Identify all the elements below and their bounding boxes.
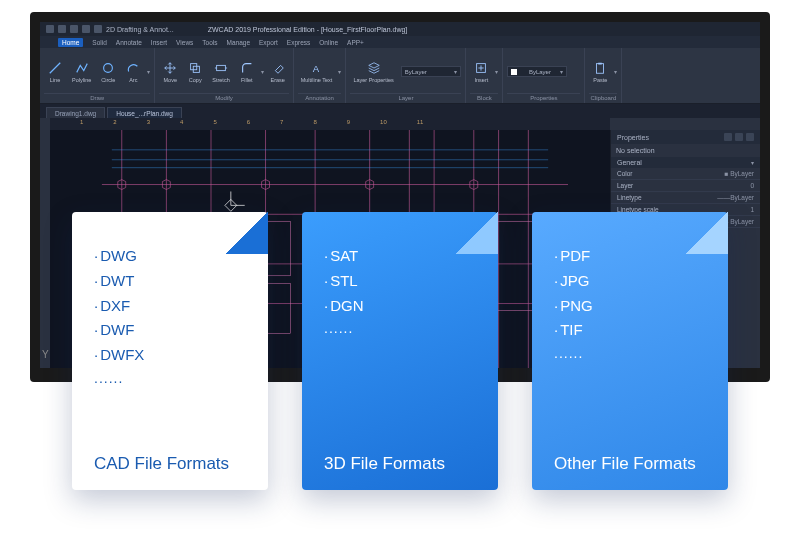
layer-properties-button[interactable]: Layer Properties [350, 58, 396, 85]
qat-icon[interactable] [70, 25, 78, 33]
tab-express[interactable]: Express [287, 39, 310, 46]
section-header[interactable]: General▾ [611, 157, 760, 168]
chevron-down-icon: ▾ [454, 68, 457, 75]
app-icon [46, 25, 54, 33]
svg-rect-8 [599, 63, 603, 65]
format-list: DWG DWT DXF DWF DWFX [94, 244, 246, 368]
text-icon: A [309, 60, 325, 76]
layers-icon [366, 60, 382, 76]
list-item: SAT [324, 244, 476, 269]
mtext-button[interactable]: AMultiline Text [298, 58, 336, 85]
list-item: JPG [554, 269, 706, 294]
card-title: Other File Formats [554, 454, 706, 474]
ucs-icon [225, 191, 245, 211]
arc-button[interactable]: Arc [122, 58, 144, 85]
stretch-button[interactable]: Stretch [209, 58, 232, 85]
qat-icon[interactable] [94, 25, 102, 33]
color-swatch-icon [511, 69, 517, 75]
chevron-down-icon[interactable]: ▾ [338, 68, 341, 75]
svg-text:A: A [312, 63, 319, 74]
tab-insert[interactable]: Insert [151, 39, 167, 46]
svg-line-0 [50, 63, 61, 74]
tab-annotate[interactable]: Annotate [116, 39, 142, 46]
line-button[interactable]: Line [44, 58, 66, 85]
axis-y-label: Y [42, 349, 49, 360]
ribbon: Line Polyline Circle Arc ▾ Draw Move Cop… [40, 48, 760, 104]
prop-row[interactable]: Layer0 [611, 180, 760, 192]
ribbon-group-block: Insert ▾ Block [466, 48, 503, 103]
group-label: Block [470, 93, 498, 103]
card-title: CAD File Formats [94, 454, 246, 474]
chevron-down-icon[interactable]: ▾ [261, 68, 264, 75]
ribbon-group-modify: Move Copy Stretch Fillet ▾ Erase Modify [155, 48, 293, 103]
polyline-button[interactable]: Polyline [69, 58, 94, 85]
tab-app[interactable]: APP+ [347, 39, 364, 46]
group-label: Draw [44, 93, 150, 103]
workspace-selector[interactable]: 2D Drafting & Annot... [106, 26, 174, 33]
ribbon-tabs: Home Solid Annotate Insert Views Tools M… [40, 36, 760, 48]
stretch-icon [213, 60, 229, 76]
titlebar: 2D Drafting & Annot... ZWCAD 2019 Profes… [40, 22, 760, 36]
paste-button[interactable]: Paste [589, 58, 611, 85]
line-icon [47, 60, 63, 76]
chevron-down-icon[interactable]: ▾ [495, 68, 498, 75]
list-item: DWT [94, 269, 246, 294]
page-fold-icon [226, 212, 268, 254]
chevron-down-icon[interactable]: ▾ [147, 68, 150, 75]
page-fold-icon [686, 212, 728, 254]
tab-export[interactable]: Export [259, 39, 278, 46]
tab-online[interactable]: Online [319, 39, 338, 46]
copy-icon [187, 60, 203, 76]
doc-tab[interactable]: House_...rPlan.dwg [107, 107, 182, 118]
move-button[interactable]: Move [159, 58, 181, 85]
more-indicator: ...... [324, 320, 476, 336]
chevron-down-icon[interactable]: ▾ [614, 68, 617, 75]
group-label: Modify [159, 93, 288, 103]
copy-button[interactable]: Copy [184, 58, 206, 85]
tab-tools[interactable]: Tools [202, 39, 217, 46]
format-list: PDF JPG PNG TIF [554, 244, 706, 343]
arc-icon [125, 60, 141, 76]
fillet-icon [239, 60, 255, 76]
panel-icon[interactable] [746, 133, 754, 141]
selection-state: No selection [616, 147, 755, 154]
format-list: SAT STL DGN [324, 244, 476, 318]
prop-row[interactable]: Color■ ByLayer [611, 168, 760, 180]
group-label: Annotation [298, 93, 342, 103]
erase-button[interactable]: Erase [267, 58, 289, 85]
chevron-down-icon: ▾ [751, 159, 754, 166]
doc-tab[interactable]: Drawing1.dwg [46, 107, 105, 118]
panel-icon[interactable] [724, 133, 732, 141]
layer-selector[interactable]: ByLayer▾ [401, 66, 461, 77]
tab-home[interactable]: Home [58, 38, 83, 47]
polyline-icon [74, 60, 90, 76]
tab-solid[interactable]: Solid [92, 39, 106, 46]
color-selector[interactable]: ByLayer▾ [507, 66, 567, 77]
card-other-formats: PDF JPG PNG TIF ...... Other File Format… [532, 212, 728, 490]
list-item: DWFX [94, 343, 246, 368]
properties-header: Properties [611, 130, 760, 144]
prop-row[interactable]: Linetype——ByLayer [611, 192, 760, 204]
ribbon-group-layer: Layer Properties ByLayer▾ Layer [346, 48, 466, 103]
qat-icon[interactable] [58, 25, 66, 33]
list-item: STL [324, 269, 476, 294]
group-label: Clipboard [589, 93, 617, 103]
circle-button[interactable]: Circle [97, 58, 119, 85]
ribbon-group-clipboard: Paste ▾ Clipboard [585, 48, 622, 103]
more-indicator: ...... [94, 370, 246, 386]
panel-icon[interactable] [735, 133, 743, 141]
circle-icon [100, 60, 116, 76]
insert-button[interactable]: Insert [470, 58, 492, 85]
document-tabs: Drawing1.dwg House_...rPlan.dwg [40, 104, 760, 118]
fillet-button[interactable]: Fillet [236, 58, 258, 85]
card-cad-formats: DWG DWT DXF DWF DWFX ...... CAD File For… [72, 212, 268, 490]
tab-views[interactable]: Views [176, 39, 193, 46]
qat-icon[interactable] [82, 25, 90, 33]
erase-icon [270, 60, 286, 76]
panel-title: Properties [617, 134, 649, 141]
chevron-down-icon: ▾ [560, 68, 563, 75]
move-icon [162, 60, 178, 76]
card-3d-formats: SAT STL DGN ...... 3D File Formats [302, 212, 498, 490]
block-icon [473, 60, 489, 76]
tab-manage[interactable]: Manage [227, 39, 251, 46]
